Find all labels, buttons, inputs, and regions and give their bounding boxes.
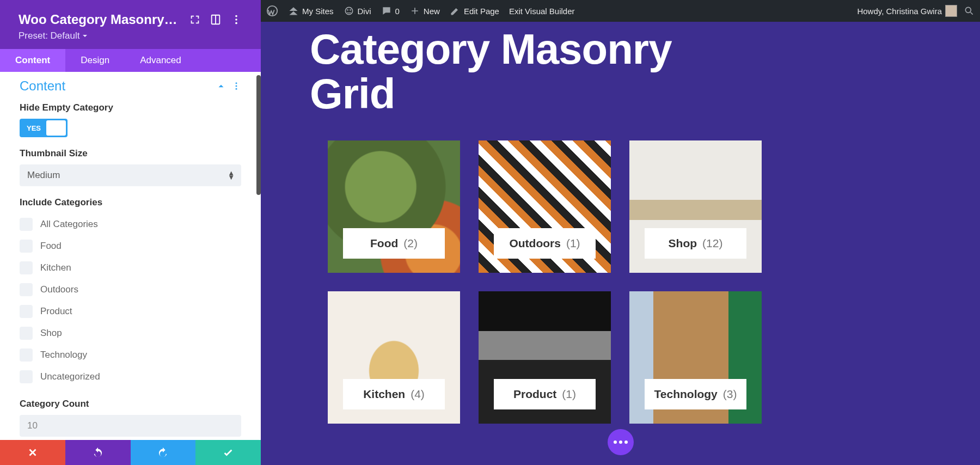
my-sites-label: My Sites bbox=[302, 7, 334, 16]
panel-footer bbox=[0, 440, 261, 465]
card-name: Kitchen bbox=[363, 388, 405, 401]
checkbox[interactable] bbox=[20, 348, 33, 362]
svg-point-11 bbox=[236, 85, 237, 87]
card-label: Product(1) bbox=[494, 379, 596, 409]
save-button[interactable] bbox=[195, 440, 261, 465]
preset-selector[interactable]: Preset: Default bbox=[19, 30, 242, 41]
card-name: Shop bbox=[669, 237, 697, 250]
category-checkbox-row[interactable]: Technology bbox=[20, 344, 241, 366]
svg-point-12 bbox=[236, 88, 237, 90]
card-name: Outdoors bbox=[509, 237, 561, 250]
page-title: Category Masonry Grid bbox=[310, 27, 931, 117]
section-header[interactable]: Content bbox=[0, 72, 261, 97]
panel-title: Woo Category Masonry Set... bbox=[19, 12, 180, 27]
svg-point-4 bbox=[965, 7, 971, 13]
fab-more-button[interactable] bbox=[608, 429, 634, 455]
svg-point-1 bbox=[345, 7, 352, 14]
title-line1: Category Masonry bbox=[310, 25, 672, 73]
undo-button[interactable] bbox=[65, 440, 131, 465]
card-count: (4) bbox=[411, 388, 425, 401]
edit-page-link[interactable]: Edit Page bbox=[450, 5, 499, 16]
category-checkbox-row[interactable]: Shop bbox=[20, 322, 241, 344]
checkbox[interactable] bbox=[20, 305, 33, 318]
cancel-button[interactable] bbox=[0, 440, 65, 465]
card-label: Food(2) bbox=[343, 228, 445, 259]
tab-design[interactable]: Design bbox=[65, 49, 125, 72]
category-checkbox-row[interactable]: Food bbox=[20, 235, 241, 257]
preview-area: Category Masonry Grid Food(2)Outdoors(1)… bbox=[261, 22, 980, 465]
category-checkbox-row[interactable]: Uncategorized bbox=[20, 366, 241, 388]
wp-admin-bar: My Sites Divi 0 New Edit Page Exit Visua… bbox=[261, 0, 980, 22]
field-label: Thumbnail Size bbox=[20, 148, 241, 159]
card-label: Technology(3) bbox=[645, 379, 746, 409]
checkbox-label: Food bbox=[40, 241, 62, 252]
title-line2: Grid bbox=[310, 70, 395, 118]
card-count: (3) bbox=[723, 388, 737, 401]
checkbox[interactable] bbox=[20, 261, 33, 274]
checkbox[interactable] bbox=[20, 370, 33, 383]
card-name: Technology bbox=[654, 388, 718, 401]
my-sites-link[interactable]: My Sites bbox=[288, 5, 334, 16]
new-label: New bbox=[424, 7, 440, 16]
panel-header: Woo Category Masonry Set... Preset: Defa… bbox=[0, 0, 261, 49]
site-name-label: Divi bbox=[358, 7, 371, 16]
tab-advanced[interactable]: Advanced bbox=[125, 49, 197, 72]
select-caret-icon: ▲▼ bbox=[228, 171, 235, 180]
search-icon[interactable] bbox=[964, 5, 975, 16]
checkbox-label: Shop bbox=[40, 328, 62, 339]
category-card[interactable]: Outdoors(1) bbox=[479, 140, 611, 273]
card-label: Kitchen(4) bbox=[343, 379, 445, 409]
tab-content[interactable]: Content bbox=[0, 49, 65, 72]
checkbox[interactable] bbox=[20, 283, 33, 296]
checkbox-label: Outdoors bbox=[40, 284, 78, 295]
new-link[interactable]: New bbox=[409, 5, 440, 16]
avatar bbox=[945, 5, 957, 17]
card-count: (1) bbox=[562, 388, 576, 401]
scrollbar-thumb[interactable] bbox=[256, 75, 261, 195]
card-name: Product bbox=[513, 388, 556, 401]
site-link[interactable]: Divi bbox=[344, 5, 371, 16]
account-link[interactable]: Howdy, Christina Gwira bbox=[857, 5, 957, 17]
settings-panel: Woo Category Masonry Set... Preset: Defa… bbox=[0, 0, 261, 465]
comments-link[interactable]: 0 bbox=[381, 5, 400, 16]
category-checkbox-row[interactable]: Outdoors bbox=[20, 279, 241, 301]
checkbox-label: Product bbox=[40, 306, 72, 317]
chevron-up-icon[interactable] bbox=[216, 81, 226, 91]
checkbox[interactable] bbox=[20, 240, 33, 253]
svg-point-2 bbox=[347, 9, 348, 10]
edit-page-label: Edit Page bbox=[464, 7, 499, 16]
toggle-knob bbox=[46, 120, 66, 136]
category-card[interactable]: Kitchen(4) bbox=[328, 291, 460, 424]
exit-vb-link[interactable]: Exit Visual Builder bbox=[509, 7, 575, 16]
category-count-input[interactable]: 10 bbox=[20, 415, 241, 437]
responsive-icon[interactable] bbox=[210, 14, 222, 26]
toggle-text: YES bbox=[21, 124, 46, 132]
card-name: Food bbox=[370, 237, 398, 250]
kebab-icon[interactable] bbox=[230, 14, 242, 26]
thumbnail-size-select[interactable]: Medium ▲▼ bbox=[20, 164, 241, 186]
category-grid: Food(2)Outdoors(1)Shop(12)Kitchen(4)Prod… bbox=[328, 140, 931, 424]
category-card[interactable]: Food(2) bbox=[328, 140, 460, 273]
redo-button[interactable] bbox=[131, 440, 196, 465]
field-thumbnail-size: Thumbnail Size Medium ▲▼ bbox=[0, 143, 261, 192]
svg-point-9 bbox=[235, 22, 237, 25]
category-checkbox-row[interactable]: All Categories bbox=[20, 213, 241, 235]
checkbox[interactable] bbox=[20, 327, 33, 340]
expand-icon[interactable] bbox=[189, 14, 201, 26]
checkbox-label: Uncategorized bbox=[40, 371, 100, 382]
field-include-categories: Include Categories All CategoriesFoodKit… bbox=[0, 192, 261, 393]
field-category-count: Category Count 10 bbox=[0, 393, 261, 440]
toggle-hide-empty[interactable]: YES bbox=[20, 119, 68, 137]
checkbox[interactable] bbox=[20, 218, 33, 231]
category-card[interactable]: Technology(3) bbox=[629, 291, 762, 424]
input-placeholder: 10 bbox=[27, 420, 38, 431]
category-checkbox-row[interactable]: Kitchen bbox=[20, 257, 241, 279]
category-card[interactable]: Product(1) bbox=[479, 291, 611, 424]
checkbox-label: All Categories bbox=[40, 219, 98, 230]
wp-logo-icon[interactable] bbox=[266, 5, 278, 17]
svg-point-10 bbox=[236, 82, 237, 84]
section-kebab-icon[interactable] bbox=[231, 81, 241, 91]
exit-vb-label: Exit Visual Builder bbox=[509, 7, 575, 16]
category-checkbox-row[interactable]: Product bbox=[20, 301, 241, 322]
category-card[interactable]: Shop(12) bbox=[629, 140, 762, 273]
